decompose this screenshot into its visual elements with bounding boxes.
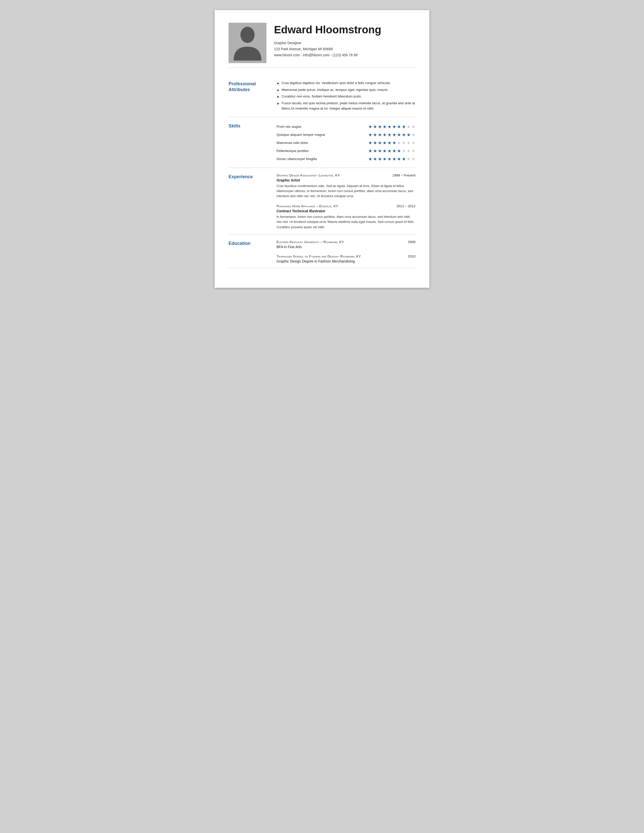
avatar (229, 23, 266, 63)
experience-label: Experience (229, 174, 277, 230)
filled-star: ★ (397, 156, 401, 162)
skill-row: Maecenas odio dolor★★★★★★★★★★ (277, 139, 415, 147)
exp-company-row: Graphic Design Associates– Lexington, KY… (277, 174, 415, 177)
filled-star: ★ (397, 124, 401, 130)
header-contact: www.hloom.com - info@hloom.com - (123) 4… (274, 52, 415, 58)
filled-star: ★ (392, 124, 396, 130)
skill-name: Quisque aliquam tempor magna (277, 133, 368, 137)
skills-section: Skills Proin nec augue★★★★★★★★★★Quisque … (229, 117, 415, 168)
header-info: Edward Hloomstrong Graphic Designer 123 … (274, 23, 415, 58)
filled-star: ★ (373, 148, 377, 154)
experience-section: Experience Graphic Design Associates– Le… (229, 168, 415, 235)
empty-star: ★ (411, 132, 415, 138)
filled-star: ★ (378, 132, 382, 138)
edu-year: 2010 (408, 254, 415, 258)
edu-school-row: Eastern Kentucky University – Richmond, … (277, 240, 415, 244)
empty-star: ★ (411, 140, 415, 146)
resume-page: Edward Hloomstrong Graphic Designer 123 … (215, 10, 429, 288)
empty-star: ★ (397, 140, 401, 146)
skill-name: Proin nec augue (277, 125, 368, 129)
filled-star: ★ (387, 156, 391, 162)
education-content: Eastern Kentucky University – Richmond, … (277, 240, 415, 263)
filled-star: ★ (383, 132, 386, 138)
candidate-name: Edward Hloomstrong (274, 24, 415, 35)
filled-star: ★ (392, 156, 396, 162)
filled-star: ★ (373, 140, 377, 146)
attr-item: ➤Fusce iaculis, est quis lacinia pretium… (277, 101, 415, 111)
skill-stars: ★★★★★★★★★★ (368, 140, 415, 146)
exp-company: Graphic Design Associates– Lexington, KY (277, 174, 340, 177)
exp-desc: In fermentum, lorem non cursus porttitor… (277, 214, 415, 230)
empty-star: ★ (402, 140, 406, 146)
header-title: Graphic Designer (274, 40, 415, 46)
filled-star: ★ (368, 124, 372, 130)
edu-school-row: Traphagen School of Fashion and Design– … (277, 254, 415, 258)
education-label: Education (229, 240, 277, 263)
professional-content: ➤Cras dapibus dapibus nis. Vestibulum qu… (277, 80, 415, 113)
filled-star: ★ (368, 140, 372, 146)
header-section: Edward Hloomstrong Graphic Designer 123 … (229, 23, 415, 68)
experience-entry: Graphic Design Associates– Lexington, KY… (277, 174, 415, 199)
skill-stars: ★★★★★★★★★★ (368, 124, 415, 130)
filled-star: ★ (368, 132, 372, 138)
professional-label: ProfessionalAttributes (229, 80, 277, 113)
skills-label: Skills (229, 123, 277, 163)
skill-stars: ★★★★★★★★★★ (368, 156, 415, 162)
skill-row: Donec ullamcorper fringilla★★★★★★★★★★ (277, 155, 415, 163)
filled-star: ★ (402, 124, 406, 130)
exp-title: Contract Technical Illustrator (277, 209, 415, 213)
empty-star: ★ (407, 148, 411, 154)
filled-star: ★ (373, 124, 377, 130)
skill-row: Proin nec augue★★★★★★★★★★ (277, 123, 415, 131)
filled-star: ★ (392, 140, 396, 146)
filled-star: ★ (378, 148, 382, 154)
filled-star: ★ (387, 132, 391, 138)
filled-star: ★ (402, 156, 406, 162)
filled-star: ★ (397, 148, 401, 154)
edu-school: Eastern Kentucky University – Richmond, … (277, 240, 344, 244)
exp-dates: 1999 – Present (392, 174, 415, 177)
skill-name: Donec ullamcorper fringilla (277, 157, 368, 161)
filled-star: ★ (387, 148, 391, 154)
edu-degree: Graphic Design Degree in Fashion Merchan… (277, 259, 415, 263)
exp-title: Graphic Artist (277, 178, 415, 182)
empty-star: ★ (411, 156, 415, 162)
filled-star: ★ (373, 156, 377, 162)
exp-dates: 2011 – 2012 (396, 204, 415, 208)
education-section: Education Eastern Kentucky University – … (229, 235, 415, 268)
filled-star: ★ (387, 124, 391, 130)
experience-entry: Panasonic Home Appliance – Danville, KY2… (277, 204, 415, 230)
exp-company: Panasonic Home Appliance – Danville, KY (277, 204, 338, 208)
filled-star: ★ (392, 148, 396, 154)
empty-star: ★ (407, 140, 411, 146)
empty-star: ★ (411, 148, 415, 154)
exp-desc: Cras faucibus condimentum odio. Sed ac l… (277, 183, 415, 199)
skill-name: Pellentesque porttitor (277, 149, 368, 153)
skill-stars: ★★★★★★★★★★ (368, 148, 415, 154)
edu-school: Traphagen School of Fashion and Design– … (277, 254, 361, 258)
filled-star: ★ (368, 148, 372, 154)
filled-star: ★ (387, 140, 391, 146)
exp-company-row: Panasonic Home Appliance – Danville, KY2… (277, 204, 415, 208)
skills-table: Proin nec augue★★★★★★★★★★Quisque aliquam… (277, 123, 415, 163)
filled-star: ★ (383, 140, 386, 146)
filled-star: ★ (383, 148, 386, 154)
filled-star: ★ (368, 156, 372, 162)
filled-star: ★ (373, 132, 377, 138)
skill-row: Quisque aliquam tempor magna★★★★★★★★★★ (277, 131, 415, 139)
attr-item: ➤Curabitur non eros. Nullam hendrerit bi… (277, 94, 415, 100)
filled-star: ★ (383, 156, 386, 162)
skill-row: Pellentesque porttitor★★★★★★★★★★ (277, 147, 415, 155)
attr-item: ➤Cras dapibus dapibus nis. Vestibulum qu… (277, 80, 415, 86)
skill-stars: ★★★★★★★★★★ (368, 132, 415, 138)
edu-degree: BFA in Fine Arts (277, 245, 415, 249)
edu-year: 2009 (408, 240, 415, 244)
filled-star: ★ (397, 132, 401, 138)
skills-content: Proin nec augue★★★★★★★★★★Quisque aliquam… (277, 123, 415, 163)
attr-list: ➤Cras dapibus dapibus nis. Vestibulum qu… (277, 80, 415, 111)
filled-star: ★ (402, 132, 406, 138)
filled-star: ★ (378, 124, 382, 130)
empty-star: ★ (407, 156, 411, 162)
filled-star: ★ (378, 156, 382, 162)
empty-star: ★ (402, 148, 406, 154)
